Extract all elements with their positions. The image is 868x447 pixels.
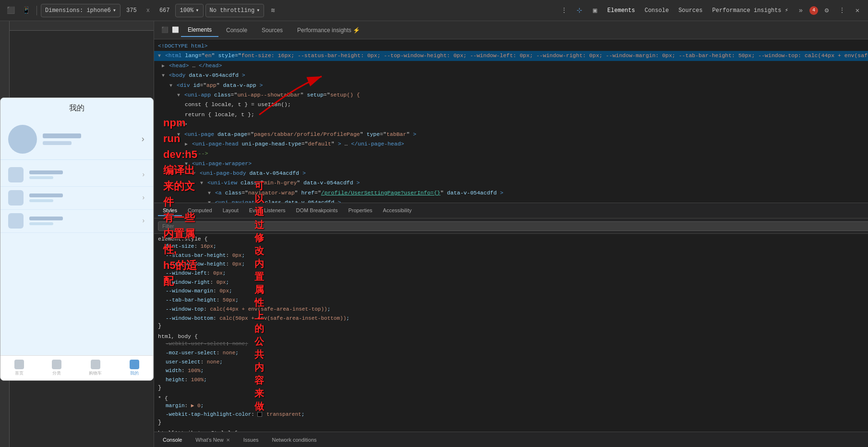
device-icon[interactable]: 📱 <box>19 4 33 17</box>
style-close-brace: } <box>158 419 868 426</box>
tab-properties[interactable]: Properties <box>343 205 377 216</box>
close-icon[interactable]: ✕ <box>226 437 230 443</box>
phone-profile-arrow: › <box>140 134 145 144</box>
tab-console[interactable]: Console <box>219 24 254 36</box>
tab-dom-breakpoints[interactable]: DOM Breakpoints <box>291 205 343 216</box>
bottom-tab-whatsnew[interactable]: What's New ✕ <box>191 435 234 445</box>
style-selector: html, body { <style> <box>158 333 868 339</box>
inspect-icon[interactable]: ⬛ <box>4 4 17 17</box>
phone-nav-icon-category <box>52 360 61 369</box>
annotation-line1: npm run dev:h5 <box>163 115 197 162</box>
tree-line-pagebody[interactable]: ▼ <uni-page-body data-v-054acdfd > <box>154 169 868 178</box>
elements-tab-shortcut[interactable]: Elements <box>603 4 639 17</box>
style-prop[interactable]: --top-window-height: 0px; <box>166 260 868 269</box>
phone-menu-sub <box>29 222 53 225</box>
close-devtools-icon[interactable]: ✕ <box>851 4 864 17</box>
style-rule-htmlbody: html, body { <style> -webkit-user-select… <box>158 333 868 391</box>
more-tabs-icon[interactable]: » <box>794 4 808 17</box>
tab-sources[interactable]: Sources <box>255 24 289 36</box>
collapse-arrow[interactable]: ▼ <box>200 181 203 186</box>
device-toggle-icon[interactable]: ▣ <box>588 4 602 17</box>
style-prop-strike[interactable]: -webkit-user-select: none; <box>166 339 868 349</box>
bottom-tab-console[interactable]: Console <box>158 435 187 445</box>
phone-nav-item-home[interactable]: 首页 <box>14 360 24 376</box>
style-prop[interactable]: --window-right: 0px; <box>166 278 868 287</box>
phone-menu-arrow: › <box>142 171 145 179</box>
style-prop[interactable]: --window-bottom: calc(50px + env(safe-ar… <box>166 314 868 323</box>
style-prop[interactable]: --window-left: 0px; <box>166 269 868 278</box>
style-prop[interactable]: user-select: none; <box>166 358 868 367</box>
elements-icon[interactable]: ⬛ <box>160 25 169 35</box>
performance-tab-shortcut[interactable]: Performance insights ⚡ <box>709 4 792 17</box>
style-prop[interactable]: --window-margin: 0px; <box>166 287 868 296</box>
tab-accessibility[interactable]: Accessibility <box>378 205 417 216</box>
html-tree[interactable]: <!DOCTYPE html> ▼ <html lang="en" style=… <box>154 39 868 203</box>
style-prop[interactable]: -moz-user-select: none; <box>166 349 868 358</box>
phone-nav-icon-home <box>14 360 24 369</box>
phone-menu-text <box>29 193 136 202</box>
tab-event-listeners[interactable]: Event Listeners <box>244 205 290 216</box>
style-prop[interactable]: height: 100%; <box>166 375 868 385</box>
collapse-arrow[interactable]: ▼ <box>162 73 165 78</box>
more-tools-icon[interactable]: ⋮ <box>557 4 571 17</box>
collapse-arrow[interactable]: ▼ <box>169 83 172 88</box>
phone-menu-icon <box>8 213 24 229</box>
tab-performance[interactable]: Performance insights ⚡ <box>290 24 367 36</box>
devtools-tab-icons: ⬛ ⬜ <box>160 25 180 35</box>
ruler-top <box>0 21 154 31</box>
sources-tab-shortcut[interactable]: Sources <box>675 4 706 17</box>
style-rule-star: * { <style> margin: ▶ 0; -webkit-tap-hig… <box>158 395 868 426</box>
tree-line-doctype[interactable]: <!DOCTYPE html> <box>154 41 868 51</box>
zoom-selector[interactable]: 100% ▾ <box>175 4 203 17</box>
inspect-cursor-icon[interactable]: ⊹ <box>573 4 586 17</box>
wifi-icon[interactable]: ≋ <box>266 4 279 17</box>
throttle-selector[interactable]: No throttling ▾ <box>205 4 265 17</box>
phone-nav-item-category[interactable]: 分类 <box>52 360 61 376</box>
error-badge: 4 <box>809 6 818 15</box>
tab-layout[interactable]: Layout <box>218 205 243 216</box>
filter-input[interactable] <box>158 221 868 231</box>
style-props: font-size: 16px; --status-bar-height: 0p… <box>158 242 868 323</box>
tree-line-uniapp-close: }"> <box>154 120 868 129</box>
bottom-tab-network[interactable]: Network conditions <box>267 435 322 445</box>
tree-line-unihead[interactable]: ▶ <uni-page-head uni-page-head-type="def… <box>154 139 868 149</box>
collapse-arrow[interactable]: ▼ <box>208 191 211 196</box>
collapse-arrow[interactable]: ▶ <box>162 63 165 69</box>
customize-icon[interactable]: ⋮ <box>835 4 849 17</box>
bottom-tab-issues[interactable]: Issues <box>239 435 264 445</box>
device-icon[interactable]: ⬜ <box>170 25 180 35</box>
style-prop[interactable]: margin: ▶ 0; <box>166 401 868 411</box>
console-tab-shortcut[interactable]: Console <box>641 4 673 17</box>
tree-line-unipage[interactable]: ▼ <uni-page data-page="pages/tabbar/prof… <box>154 130 868 139</box>
style-prop[interactable]: font-size: 16px; <box>166 242 868 251</box>
zoom-dropdown-icon: ▾ <box>195 7 199 14</box>
phone-nav-label-category: 分类 <box>52 370 61 376</box>
phone-menu-item[interactable]: › <box>0 164 153 187</box>
dimensions-selector[interactable]: Dimensions: iphone6 ▾ <box>41 4 121 17</box>
style-prop[interactable]: --status-bar-height: 0px; <box>166 251 868 260</box>
main-layout: 我的 › › <box>0 21 868 447</box>
tab-elements[interactable]: Elements <box>181 24 218 37</box>
dimensions-dropdown-icon: ▾ <box>113 7 116 14</box>
phone-menu-item[interactable]: › <box>0 187 153 210</box>
collapse-arrow[interactable]: ▼ <box>158 53 161 59</box>
phone-profile-section: › <box>0 119 153 160</box>
style-prop[interactable]: -webkit-tap-highlight-color: transparent… <box>166 410 868 419</box>
phone-profile-sub <box>43 141 72 145</box>
tree-line-head[interactable]: ▶ <head> … </head> <box>154 61 868 71</box>
style-prop[interactable]: width: 100%; <box>166 366 868 375</box>
phone-nav-item-cart[interactable]: 购物车 <box>89 360 102 376</box>
phone-menu-arrow: › <box>142 217 145 225</box>
dimensions-label: Dimensions: iphone6 <box>45 7 111 14</box>
settings-icon[interactable]: ⚙ <box>820 4 833 17</box>
phone-menu-item[interactable]: › <box>0 210 153 233</box>
style-prop[interactable]: --window-top: calc(44px + env(safe-area-… <box>166 305 868 314</box>
phone-nav-item-mine[interactable]: 我的 <box>130 360 139 376</box>
phone-nav-icon-mine <box>130 360 139 369</box>
phone-nav-label-cart: 购物车 <box>89 370 102 376</box>
style-prop[interactable]: --tab-bar-height: 50px; <box>166 296 868 305</box>
collapse-arrow[interactable]: ▼ <box>177 93 180 98</box>
tree-line-pagewrap[interactable]: ▼ <uni-page-wrapper> <box>154 159 868 169</box>
tree-line-html[interactable]: ▼ <html lang="en" style="font-size: 16px… <box>154 51 868 60</box>
phone-menu-arrow: › <box>142 194 145 202</box>
